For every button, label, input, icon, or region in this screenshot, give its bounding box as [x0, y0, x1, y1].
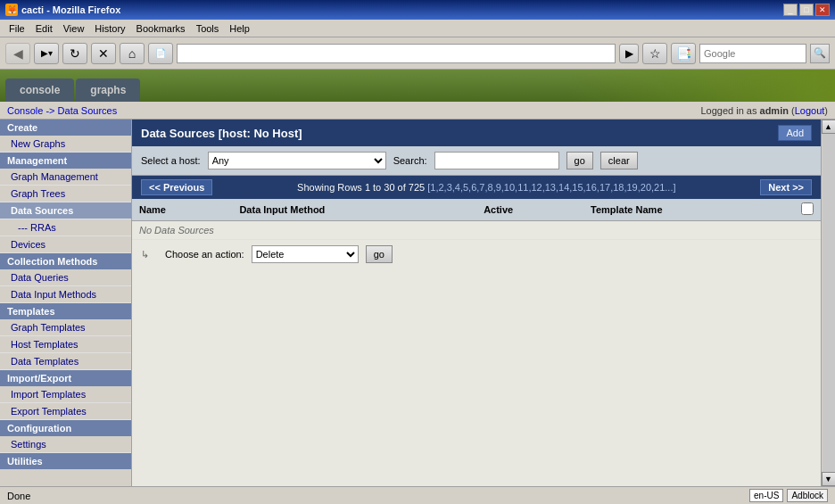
sidebar-item-graph-trees[interactable]: Graph Trees [0, 186, 131, 202]
home-button[interactable]: ⌂ [120, 43, 145, 64]
content-area: Data Sources [host: No Host] Add Select … [132, 120, 821, 486]
back-button[interactable]: ◀ [5, 43, 30, 64]
menu-view[interactable]: View [58, 21, 90, 36]
sidebar-item-devices[interactable]: Devices [0, 236, 131, 253]
next-button[interactable]: Next >> [760, 179, 812, 195]
sidebar-item-new-graphs[interactable]: New Graphs [0, 136, 131, 153]
pagination-bar: << Previous Showing Rows 1 to 30 of 725 … [132, 176, 821, 199]
menu-edit[interactable]: Edit [30, 21, 58, 36]
menu-help[interactable]: Help [224, 21, 255, 36]
content-host-label: [host: No Host] [219, 127, 302, 140]
sidebar-item-data-input-methods[interactable]: Data Input Methods [0, 286, 131, 303]
go-button[interactable]: go [566, 152, 593, 169]
select-all-checkbox[interactable] [801, 202, 814, 215]
menu-tools[interactable]: Tools [191, 21, 225, 36]
sidebar-item-graph-management[interactable]: Graph Management [0, 169, 131, 186]
sidebar-section-templates: Templates [0, 303, 131, 319]
url-bar[interactable] [177, 44, 616, 63]
sidebar-section-management: Management [0, 153, 131, 169]
menu-bookmarks[interactable]: Bookmarks [131, 21, 191, 36]
sidebar-item-settings[interactable]: Settings [0, 436, 131, 453]
sidebar-item-data-sources[interactable]: Data Sources [0, 202, 131, 219]
col-name: Name [132, 199, 232, 221]
title-bar: 🦊 cacti - Mozilla Firefox _ □ ✕ [0, 0, 835, 20]
menu-file[interactable]: File [4, 21, 30, 36]
action-bar: ↳ Choose an action: Delete go [132, 240, 821, 269]
sidebar-section-collection: Collection Methods [0, 253, 131, 269]
tab-console[interactable]: console [5, 78, 74, 102]
choose-action-label: Choose an action: [165, 249, 244, 260]
nav-bar: ◀ ▶▾ ↻ ✕ ⌂ 📄 ▶ ☆ 📑 🔍 [0, 37, 835, 70]
search-input[interactable] [699, 44, 806, 63]
scrollbar: ▲ ▼ [821, 120, 835, 486]
minimize-button[interactable]: _ [783, 4, 798, 16]
sidebar-item-data-templates[interactable]: Data Templates [0, 353, 131, 370]
status-lang: en-US [749, 489, 783, 502]
sidebar-item-data-queries[interactable]: Data Queries [0, 269, 131, 286]
breadcrumb: Console -> Data Sources [7, 105, 117, 116]
content-header: Data Sources [host: No Host] Add [132, 120, 821, 146]
sidebar-item-host-templates[interactable]: Host Templates [0, 336, 131, 353]
status-right: en-US Adblock [749, 489, 828, 502]
bookmark-star-button[interactable]: ☆ [642, 43, 667, 64]
prev-button[interactable]: << Previous [141, 179, 212, 195]
scroll-down-button[interactable]: ▼ [822, 472, 836, 486]
maximize-button[interactable]: □ [799, 4, 814, 16]
logged-in-user: admin [760, 105, 789, 116]
search-label: Search: [393, 155, 427, 166]
host-select[interactable]: Any [208, 152, 386, 169]
filter-bar: Select a host: Any Search: go clear [132, 146, 821, 176]
scroll-track [823, 134, 835, 472]
pagination-info: Showing Rows 1 to 30 of 725 [1,2,3,4,5,6… [297, 182, 675, 193]
logout-link[interactable]: Logout [795, 105, 825, 116]
sidebar: Create New Graphs Management Graph Manag… [0, 120, 132, 486]
action-go-button[interactable]: go [366, 245, 393, 263]
menu-history[interactable]: History [89, 21, 130, 36]
logged-bar: Console -> Data Sources Logged in as adm… [0, 102, 835, 120]
menu-bar: File Edit View History Bookmarks Tools H… [0, 20, 835, 37]
col-active: Active [476, 199, 583, 221]
breadcrumb-home[interactable]: Console [7, 105, 43, 116]
forward-button[interactable]: ▶▾ [34, 43, 59, 64]
close-button[interactable]: ✕ [815, 4, 830, 16]
search-go-button[interactable]: 🔍 [810, 44, 830, 63]
content-title: Data Sources [host: No Host] [141, 127, 302, 140]
action-select[interactable]: Delete [252, 245, 359, 263]
status-bar: Done en-US Adblock [0, 486, 835, 504]
data-table: Name Data Input Method Active Template N… [132, 199, 821, 240]
add-button[interactable]: Add [778, 125, 812, 141]
sidebar-item-graph-templates[interactable]: Graph Templates [0, 319, 131, 336]
sidebar-item-export-templates[interactable]: Export Templates [0, 403, 131, 420]
bookmark-manage-button[interactable]: 📑 [671, 43, 696, 64]
select-host-label: Select a host: [141, 155, 201, 166]
sidebar-section-utilities: Utilities [0, 453, 131, 469]
col-data-input-method: Data Input Method [232, 199, 476, 221]
sidebar-item-import-templates[interactable]: Import Templates [0, 386, 131, 403]
url-go-button[interactable]: ▶ [619, 44, 639, 63]
scroll-up-button[interactable]: ▲ [822, 120, 836, 134]
firefox-icon: 🦊 [5, 4, 18, 16]
clear-button[interactable]: clear [600, 152, 638, 169]
breadcrumb-current: Data Sources [58, 105, 118, 116]
no-data-row: No Data Sources [132, 221, 821, 240]
col-template-name: Template Name [583, 199, 794, 221]
sidebar-section-import: Import/Export [0, 370, 131, 386]
window-title: cacti - Mozilla Firefox [21, 4, 120, 15]
stop-button[interactable]: ✕ [91, 43, 116, 64]
page-button[interactable]: 📄 [148, 43, 173, 64]
status-addon: Adblock [787, 489, 828, 502]
reload-button[interactable]: ↻ [62, 43, 87, 64]
sidebar-section-configuration: Configuration [0, 420, 131, 436]
search-field[interactable] [434, 152, 559, 169]
tabs-area: console graphs [0, 70, 835, 102]
status-text: Done [7, 491, 30, 501]
sidebar-item-rras[interactable]: --- RRAs [0, 219, 131, 236]
tab-graphs[interactable]: graphs [76, 78, 140, 102]
indent-icon: ↳ [141, 249, 149, 260]
window-controls: _ □ ✕ [783, 4, 830, 16]
logged-in-text: Logged in as admin (Logout) [700, 105, 828, 116]
sidebar-section-create: Create [0, 120, 131, 136]
